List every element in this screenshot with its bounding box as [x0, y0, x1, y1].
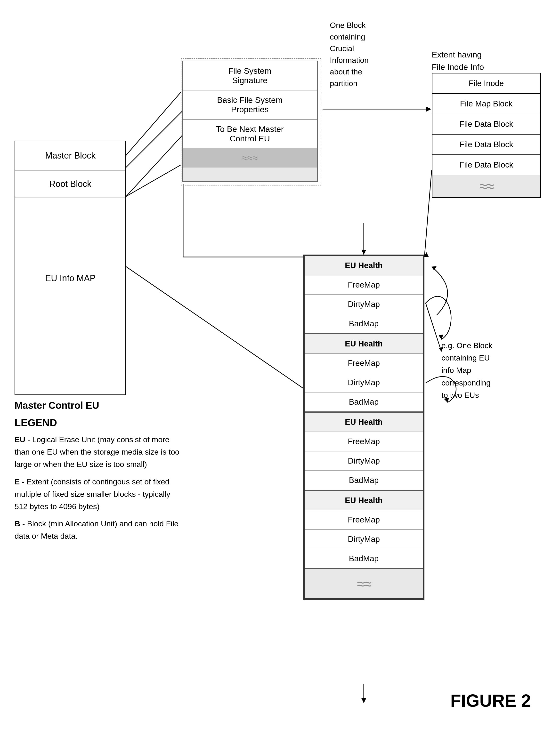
extent-row-filemap: File Map Block	[432, 94, 540, 114]
eu-dirtymap-4: DirtyMap	[305, 530, 423, 549]
svg-marker-6	[431, 266, 437, 270]
extent-row-data2: File Data Block	[432, 135, 540, 155]
eu-footer: ≈≈	[305, 569, 423, 598]
eu-info-column: EU Health FreeMap DirtyMap BadMap EU Hea…	[303, 255, 424, 600]
eu-group-2: EU Health FreeMap DirtyMap BadMap	[305, 334, 423, 412]
extent-row-data1: File Data Block	[432, 114, 540, 135]
master-block-cell: Master Block	[15, 141, 125, 171]
extent-row-inode: File Inode	[432, 73, 540, 94]
eu-health-2: EU Health	[305, 334, 423, 354]
master-control-eu-box: Master Block Root Block EU Info MAP	[15, 141, 126, 395]
eu-badmap-1: BadMap	[305, 314, 423, 333]
eu-group-1: EU Health FreeMap DirtyMap BadMap	[305, 256, 423, 334]
legend-item-eu: EU - Logical Erase Unit (may consist of …	[15, 433, 184, 471]
eu-dirtymap-1: DirtyMap	[305, 295, 423, 314]
eu-freemap-4: FreeMap	[305, 510, 423, 530]
extent-row-data3: File Data Block	[432, 155, 540, 175]
superblock-row-signature: File System Signature	[183, 61, 317, 90]
eu-health-1: EU Health	[305, 256, 423, 276]
svg-marker-16	[361, 250, 366, 255]
eu-dirtymap-3: DirtyMap	[305, 451, 423, 471]
extent-footer: ≈≈	[432, 175, 540, 197]
one-block-text: One BlockcontainingCrucialInformationabo…	[330, 21, 369, 88]
svg-line-17	[126, 267, 303, 388]
svg-marker-14	[426, 107, 431, 112]
svg-marker-10	[361, 698, 366, 703]
eu-health-3: EU Health	[305, 412, 423, 432]
eu-freemap-1: FreeMap	[305, 276, 423, 295]
root-block-cell: Root Block	[15, 171, 125, 198]
eu-badmap-3: BadMap	[305, 471, 423, 490]
one-block-annotation: One BlockcontainingCrucialInformationabo…	[330, 19, 398, 89]
superblock-footer: ≈≈≈	[183, 148, 317, 168]
superblock-row-next-master: To Be Next Master Control EU	[183, 120, 317, 148]
eu-group-3: EU Health FreeMap DirtyMap BadMap	[305, 412, 423, 491]
svg-line-0	[126, 112, 182, 167]
diagram-container: One BlockcontainingCrucialInformationabo…	[0, 0, 560, 730]
legend-title: LEGEND	[15, 417, 184, 429]
eu-badmap-2: BadMap	[305, 392, 423, 411]
extent-box: File Inode File Map Block File Data Bloc…	[432, 73, 541, 198]
eu-dirtymap-2: DirtyMap	[305, 373, 423, 392]
svg-marker-5	[424, 252, 429, 257]
master-control-label: Master Control EU	[15, 400, 99, 411]
eu-wave: ≈≈	[357, 575, 371, 592]
eu-info-map-cell: EU Info MAP	[15, 198, 125, 358]
superblock: File System Signature Basic File System …	[182, 61, 318, 182]
superblock-wave: ≈≈≈	[242, 153, 258, 163]
svg-marker-18	[438, 335, 443, 340]
svg-line-1	[126, 136, 182, 196]
svg-line-12	[126, 165, 181, 196]
svg-line-11	[126, 92, 181, 155]
svg-line-4	[424, 170, 432, 257]
legend-section: LEGEND EU - Logical Erase Unit (may cons…	[15, 417, 184, 547]
eu-health-4: EU Health	[305, 491, 423, 510]
legend-item-b: B - Block (min Allocation Unit) and can …	[15, 518, 184, 542]
superblock-row-properties: Basic File System Properties	[183, 90, 317, 120]
legend-item-e: E - Extent (consists of contingous set o…	[15, 476, 184, 513]
eu-group-4: EU Health FreeMap DirtyMap BadMap	[305, 491, 423, 569]
eu-freemap-3: FreeMap	[305, 432, 423, 451]
eu-badmap-4: BadMap	[305, 549, 423, 568]
eu-annotation: e.g. One Blockcontaining EUinfo Mapcorre…	[441, 340, 534, 401]
extent-wave: ≈≈	[479, 178, 493, 195]
svg-line-7	[426, 303, 441, 352]
eu-freemap-2: FreeMap	[305, 354, 423, 373]
figure-label: FIGURE 2	[450, 691, 531, 711]
